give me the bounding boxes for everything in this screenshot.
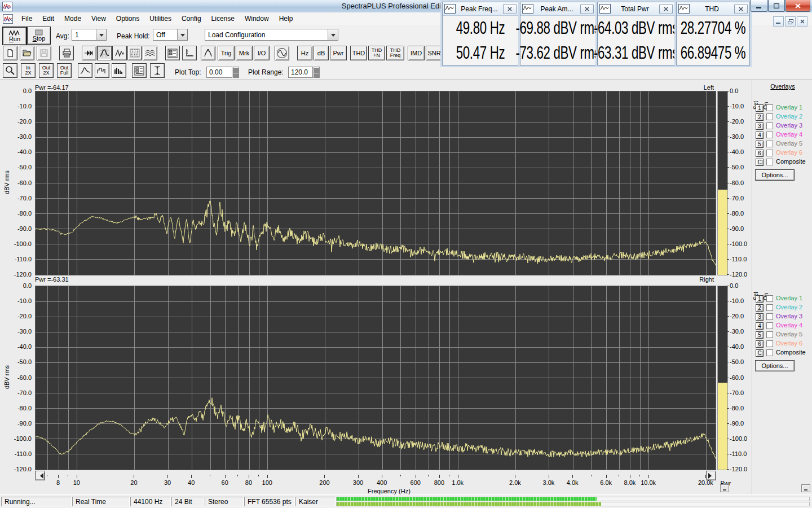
minimize-button[interactable] [751,0,767,12]
plot-range-spinner[interactable] [314,67,320,78]
overlay-on-checkbox-5[interactable] [766,141,773,147]
pwr-units-button[interactable]: Pwr [330,46,347,60]
peak-freq-panel-titlebar[interactable]: Peak Freq... [443,2,518,16]
menu-item-file[interactable]: File [16,13,37,24]
db-units-button[interactable]: dB [314,46,329,60]
overlay-set-button-1[interactable]: 1 [756,104,764,112]
overlay-on-checkbox-3[interactable] [766,313,773,320]
overlay-options-button[interactable]: Options... [755,169,795,181]
panel-close-button[interactable] [503,4,517,14]
mdi-close-button[interactable] [797,16,807,27]
panel-close-button[interactable] [659,4,673,14]
dropdown-arrow-icon[interactable] [177,29,187,40]
save-file-button[interactable] [37,46,51,60]
overlay-set-button-4[interactable]: 4 [756,132,764,139]
zoom-out-2x-button[interactable]: Out2X [39,63,54,78]
marker-button[interactable]: Mrk [236,46,253,60]
surface-plot-button[interactable] [143,46,157,60]
overlay-set-button-3[interactable]: 3 [756,313,764,321]
spectrum-view-button[interactable] [97,46,112,60]
overlay-on-checkbox-2[interactable] [766,304,773,311]
overlay-set-button-1[interactable]: 1 [756,295,764,303]
print-button[interactable] [59,46,74,60]
overlay-set-button-c[interactable]: C [756,349,764,357]
total-pwr-panel-titlebar[interactable]: Total Pwr [598,2,674,16]
run-button[interactable]: Run [2,27,27,46]
display-options-button[interactable] [132,63,147,78]
menu-item-utilities[interactable]: Utilities [144,13,176,24]
plot-top-spinner[interactable] [233,67,239,78]
menu-item-edit[interactable]: Edit [37,13,59,24]
overlay-on-checkbox-4[interactable] [766,322,773,329]
right-spectrum-plot[interactable] [35,286,716,470]
io-button[interactable]: I/O [254,46,270,60]
overlay-on-checkbox-4[interactable] [766,132,773,138]
overlay-on-checkbox-1[interactable] [766,295,773,302]
overlay-set-button-6[interactable]: 6 [756,340,764,348]
overlay-set-button-5[interactable]: 5 [756,331,764,339]
menu-item-options[interactable]: Options [111,13,144,24]
step-plot-style-button[interactable] [95,63,109,78]
overlay-on-checkbox-6[interactable] [766,340,773,347]
spectrogram-button[interactable] [127,46,142,60]
zoom-in-2x-button[interactable]: In2X [21,63,36,78]
vertical-scale-button[interactable] [150,63,165,78]
time-series-button[interactable] [112,46,127,60]
plot-range-input[interactable]: 120.0 [288,67,313,78]
thd-freq-button[interactable]: THDFreq [386,46,404,60]
thdn-button[interactable]: THD+N [368,46,385,60]
new-file-button[interactable] [3,46,17,60]
left-spectrum-plot[interactable] [35,91,716,275]
menu-item-config[interactable]: Config [176,13,206,24]
line-plot-style-button[interactable] [78,63,92,78]
thd-panel-titlebar[interactable]: THD [677,2,749,16]
menu-item-mode[interactable]: Mode [59,13,86,24]
open-file-button[interactable] [20,46,34,60]
minimized-window-button[interactable] [720,484,729,492]
dropdown-arrow-icon[interactable] [328,29,338,40]
menu-item-help[interactable]: Help [274,13,298,24]
imd-button[interactable]: IMD [408,46,425,60]
peak-hold-select[interactable]: Off [153,29,188,41]
thd-button[interactable]: THD [350,46,367,60]
snr-button[interactable]: SNR [426,46,443,60]
mdi-restore-button[interactable] [785,16,796,27]
overlay-on-checkbox-3[interactable] [766,122,773,129]
trigger-button[interactable]: Trig [218,46,235,60]
overlay-set-button-4[interactable]: 4 [756,322,764,330]
overlay-on-checkbox-1[interactable] [766,104,773,111]
plot-top-input[interactable]: 0.00 [206,67,232,78]
settings-panel-button[interactable] [165,46,180,60]
overlay-set-button-6[interactable]: 6 [756,150,764,157]
panel-close-button[interactable] [734,4,748,14]
playback-button[interactable] [82,46,96,60]
menu-item-view[interactable]: View [86,13,111,24]
signal-generator-button[interactable] [275,46,289,60]
stop-button[interactable]: Stop [27,27,51,45]
mdi-minimize-button[interactable] [773,16,784,27]
close-button[interactable] [785,0,810,12]
overlay-set-button-2[interactable]: 2 [756,113,764,121]
minimized-window-button[interactable] [801,484,810,492]
peak-amp-panel-titlebar[interactable]: Peak Am... [520,2,595,16]
scale-button[interactable] [182,46,197,60]
overlay-on-checkbox-6[interactable] [766,150,773,156]
overlay-on-checkbox-5[interactable] [766,331,773,338]
maximize-button[interactable] [768,0,785,12]
overlay-set-button-3[interactable]: 3 [756,122,764,130]
overlay-set-button-2[interactable]: 2 [756,304,764,312]
overlay-set-button-5[interactable]: 5 [756,141,764,148]
configuration-select[interactable]: Load Configuration [205,29,338,41]
zoom-out-full-button[interactable]: OutFull [57,63,72,78]
document-icon[interactable] [3,14,13,24]
panel-close-button[interactable] [580,4,594,14]
scroll-right-button[interactable] [706,471,716,480]
dropdown-arrow-icon[interactable] [96,29,106,40]
zoom-button[interactable] [3,63,17,78]
overlay-on-checkbox-2[interactable] [766,113,773,120]
bar-plot-style-button[interactable] [112,63,126,78]
overlay-options-button[interactable]: Options... [755,360,795,371]
calipers-button[interactable] [201,46,215,60]
avg-select[interactable]: 1 [72,29,107,41]
overlay-on-checkbox-c[interactable] [766,349,773,356]
